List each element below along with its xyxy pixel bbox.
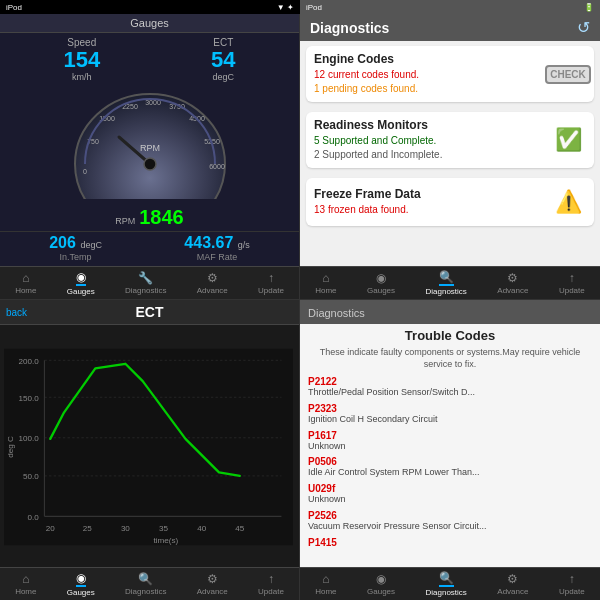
nav-advance-ect[interactable]: ⚙Advance [193,571,232,597]
readiness-section: Readiness Monitors 5 Supported and Compl… [306,112,594,168]
engine-codes-title: Engine Codes [314,52,544,66]
nav-diag-ect[interactable]: 🔍Diagnostics [121,571,170,597]
status-bar-left: iPod ▼ ✦ [0,0,300,14]
nav-diag-gauges[interactable]: 🔧Diagnostics [121,270,170,296]
rpm-value: 1846 [139,206,184,229]
warning-triangle-icon: ⚠️ [555,189,582,215]
trouble-header: Diagnostics [300,300,600,324]
ect-back-button[interactable]: back [6,307,27,318]
trouble-item-p2526: P2526 Vacuum Reservoir Pressure Sensor C… [308,510,592,533]
nav-update-gauges[interactable]: ↑Update [254,270,288,296]
freeze-frame-title: Freeze Frame Data [314,187,544,201]
trouble-content: Trouble Codes These indicate faulty comp… [300,324,600,567]
nav-update-diag[interactable]: ↑Update [555,270,589,296]
svg-text:150.0: 150.0 [18,394,39,403]
advance-icon-trouble: ⚙ [507,572,518,586]
trouble-desc-p2122: Throttle/Pedal Position Sensor/Switch D.… [308,387,592,399]
update-icon-trouble: ↑ [569,572,575,586]
speed-unit: km/h [63,72,100,82]
nav-advance-diag[interactable]: ⚙Advance [493,270,532,296]
status-device-left: iPod [6,3,22,12]
nav-update-ect[interactable]: ↑Update [254,571,288,597]
engine-codes-section: Engine Codes 12 current codes found. 1 p… [306,46,594,102]
trouble-codes-title: Trouble Codes [308,328,592,343]
trouble-codes-panel: Diagnostics Trouble Codes These indicate… [300,300,600,600]
advance-icon: ⚙ [207,271,218,285]
engine-codes-line2: 1 pending codes found. [314,82,544,96]
nav-advance-trouble[interactable]: ⚙Advance [493,571,532,597]
nav-home-diag[interactable]: ⌂Home [311,270,340,296]
svg-text:deg C: deg C [6,436,15,458]
readiness-line2: 2 Supported and Incomplete. [314,148,544,162]
speed-value: 154 [63,48,100,72]
nav-gauges-gauges[interactable]: ◉Gauges [63,269,99,297]
status-bar-right: iPod 🔋 [300,0,600,14]
rpm-value-row: RPM 1846 [0,206,299,231]
trouble-nav-bar: ⌂Home ◉Gauges 🔍Diagnostics ⚙Advance ↑Upd… [300,567,600,600]
update-icon-diag: ↑ [569,271,575,285]
home-icon-ect: ⌂ [22,572,29,586]
nav-diag-diag[interactable]: 🔍Diagnostics [422,269,471,297]
nav-home-gauges[interactable]: ⌂Home [11,270,40,296]
trouble-item-u029f: U029f Unknown [308,483,592,506]
ect-header: back ECT [0,300,299,325]
trouble-desc-p1617: Unknown [308,441,592,453]
advance-icon-diag: ⚙ [507,271,518,285]
svg-text:0.0: 0.0 [27,513,39,522]
ect-value: 54 [211,48,235,72]
refresh-button[interactable]: ↺ [577,18,590,37]
maf-unit: g/s [238,240,250,250]
readiness-icon: ✅ [550,122,586,158]
engine-codes-content: Engine Codes 12 current codes found. 1 p… [314,52,544,96]
speed-reading: Speed 154 km/h [63,37,100,82]
trouble-code-p2526: P2526 [308,510,592,521]
nav-diag-trouble[interactable]: 🔍Diagnostics [422,570,471,598]
in-temp-value: 206 [49,234,76,251]
svg-rect-13 [4,349,293,546]
trouble-item-p2323: P2323 Ignition Coil H Secondary Circuit [308,403,592,426]
ect-title: ECT [136,304,164,320]
nav-home-trouble[interactable]: ⌂Home [311,571,340,597]
svg-text:25: 25 [83,524,92,533]
trouble-header-text: Diagnostics [308,307,365,319]
diag-icon-trouble: 🔍 [439,571,454,587]
diagnostics-icon: 🔧 [138,271,153,285]
nav-gauges-diag[interactable]: ◉Gauges [363,270,399,296]
nav-gauges-ect[interactable]: ◉Gauges [63,570,99,598]
rpm-gauge: 0 750 1500 2250 3000 3750 4500 5250 6000… [0,84,299,204]
gauges-panel: Gauges Speed 154 km/h ECT 54 degC [0,14,300,300]
svg-text:45: 45 [235,524,244,533]
svg-point-12 [144,158,156,170]
nav-gauges-trouble[interactable]: ◉Gauges [363,571,399,597]
trouble-code-p1415: P1415 [308,537,592,548]
readiness-content: Readiness Monitors 5 Supported and Compl… [314,118,544,162]
gauges-nav-bar: ⌂Home ◉Gauges 🔧Diagnostics ⚙Advance ↑Upd… [0,266,299,299]
engine-codes-icon: CHECK [550,56,586,92]
trouble-item-p1617: P1617 Unknown [308,430,592,453]
trouble-code-p1617: P1617 [308,430,592,441]
nav-advance-gauges[interactable]: ⚙Advance [193,270,232,296]
nav-update-trouble[interactable]: ↑Update [555,571,589,597]
freeze-frame-section: Freeze Frame Data 13 frozen data found. … [306,178,594,226]
rpm-label: RPM [115,216,135,226]
diagnostics-panel: Diagnostics ↺ Engine Codes 12 current co… [300,14,600,300]
home-icon-trouble: ⌂ [322,572,329,586]
nav-home-ect[interactable]: ⌂Home [11,571,40,597]
trouble-code-u029f: U029f [308,483,592,494]
in-temp-label: In.Temp [49,252,102,262]
trouble-code-p0506: P0506 [308,456,592,467]
diagnostics-header: Diagnostics ↺ [300,14,600,41]
diag-icon-ect: 🔍 [138,572,153,586]
trouble-codes-subtitle: These indicate faulty components or syst… [308,347,592,370]
svg-text:100.0: 100.0 [18,434,39,443]
trouble-item-p0506: P0506 Idle Air Control System RPM Lower … [308,456,592,479]
home-icon: ⌂ [22,271,29,285]
readiness-title: Readiness Monitors [314,118,544,132]
update-icon-ect: ↑ [268,572,274,586]
freeze-frame-icon: ⚠️ [550,184,586,220]
svg-text:30: 30 [121,524,130,533]
ect-chart-area: 200.0 150.0 100.0 50.0 0.0 20 25 30 35 4… [0,325,299,567]
readiness-line1: 5 Supported and Complete. [314,134,544,148]
rpm-dial-svg: 0 750 1500 2250 3000 3750 4500 5250 6000… [65,89,235,199]
ect-reading: ECT 54 degC [211,37,235,82]
